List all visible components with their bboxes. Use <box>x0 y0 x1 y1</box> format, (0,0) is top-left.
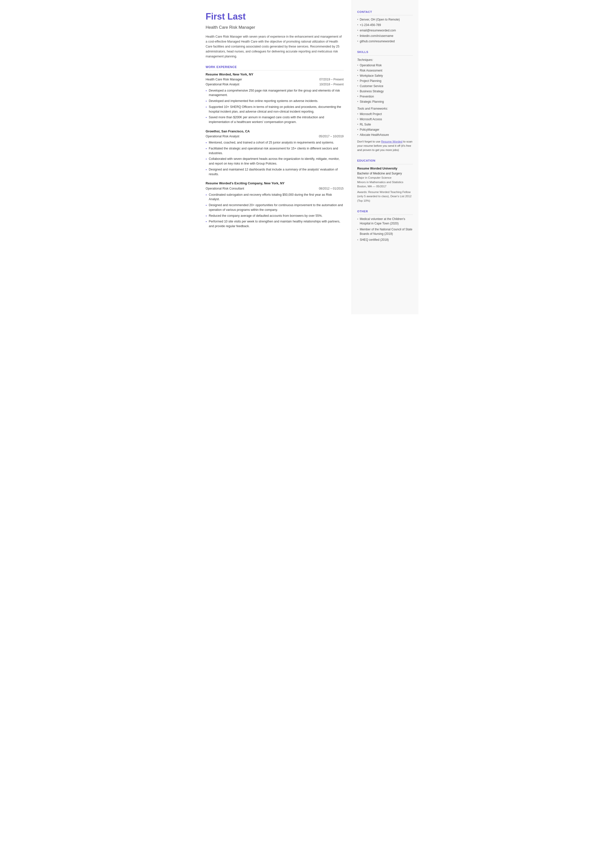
bullet-3d: Performed 10 site visits per week to str… <box>206 219 344 228</box>
role-title-3a: Operational Risk Consultant <box>206 186 244 191</box>
contact-section: CONTACT Denver, OH (Open to Remote) +1-2… <box>357 10 413 43</box>
role-title-2a: Operational Risk Analyst <box>206 134 239 139</box>
tool-microsoft-access: Microsoft Access <box>357 117 413 121</box>
resume-worded-link[interactable]: Resume Worded <box>381 140 402 143</box>
company-name-2: Growthsi, San Francisco, CA <box>206 129 344 134</box>
company-name-3: Resume Worded's Exciting Company, New Yo… <box>206 181 344 186</box>
techniques-label: Techniques: <box>357 57 413 62</box>
edu-awards: Awards: Resume Worded Teaching Fellow (o… <box>357 190 413 203</box>
skill-prevention: Prevention <box>357 94 413 99</box>
company-block-3: Resume Worded's Exciting Company, New Yo… <box>206 181 344 228</box>
tool-allocate-healthassure: Allocate HealthAssure <box>357 133 413 137</box>
bullet-list-2: Mentored, coached, and trained a cohort … <box>206 140 344 176</box>
role-title-1b: Operational Risk Analyst <box>206 82 239 87</box>
other-section: OTHER Medical volunteer at the Children'… <box>357 209 413 242</box>
skills-section: SKILLS Techniques: Operational Risk Risk… <box>357 50 413 152</box>
tools-list: Microsoft Project Microsoft Access RL Su… <box>357 112 413 137</box>
edu-major: Major in Computer Science <box>357 175 413 180</box>
contact-heading: CONTACT <box>357 10 413 16</box>
tool-policymanager: PolicyManager <box>357 127 413 132</box>
bullet-3c: Reduced the company average of defaulted… <box>206 214 344 218</box>
role-dates-1b: 10/2018 – Present <box>319 82 343 87</box>
bullet-2a: Mentored, coached, and trained a cohort … <box>206 140 344 145</box>
skills-note-before: Don't forget to use <box>357 140 381 143</box>
other-item-2: Member of the National Council of State … <box>357 227 413 236</box>
education-block: Resume Worded University Bachelor of Med… <box>357 166 413 203</box>
other-item-1: Medical volunteer at the Children's Hosp… <box>357 217 413 226</box>
contact-item-location: Denver, OH (Open to Remote) <box>357 17 413 22</box>
edu-degree: Bachelor of Medicine and Surgery <box>357 171 413 175</box>
left-column: First Last Health Care Risk Manager Heal… <box>196 0 352 314</box>
job-title: Health Care Risk Manager <box>206 24 344 31</box>
education-section: EDUCATION Resume Worded University Bache… <box>357 158 413 203</box>
bullet-3b: Designed and recommended 20+ opportuniti… <box>206 203 344 212</box>
other-item-3: SHEQ certified (2018) <box>357 238 413 242</box>
skill-customer-service: Customer Service <box>357 84 413 89</box>
company-block-1: Resume Worded, New York, NY Health Care … <box>206 72 344 124</box>
role-row-1b: Operational Risk Analyst 10/2018 – Prese… <box>206 82 344 87</box>
tool-microsoft-project: Microsoft Project <box>357 112 413 116</box>
other-heading: OTHER <box>357 209 413 215</box>
tool-rl-suite: RL Suite <box>357 122 413 127</box>
role-dates-2a: 05/2017 – 10/2019 <box>319 134 343 138</box>
bullet-2c: Collaborated with seven department heads… <box>206 157 344 166</box>
summary-text: Health Care Risk Manager with seven year… <box>206 34 344 59</box>
skill-project-planning: Project Planning <box>357 79 413 83</box>
contact-item-email: email@resumeworded.com <box>357 28 413 33</box>
techniques-list: Operational Risk Risk Assessment Workpla… <box>357 63 413 104</box>
right-column: CONTACT Denver, OH (Open to Remote) +1-2… <box>352 0 419 314</box>
contact-item-linkedin: linkedin.com/in/username <box>357 34 413 38</box>
work-experience-heading: WORK EXPERIENCE <box>206 65 344 70</box>
role-dates-3a: 08/2012 – 01/2015 <box>319 186 343 191</box>
bullet-list-1: Developed a comprehensive 250 page risk … <box>206 89 344 124</box>
resume-page: First Last Health Care Risk Manager Heal… <box>196 0 419 314</box>
role-dates-1a: 07/2019 – Present <box>319 77 343 82</box>
skill-strategic-planning: Strategic Planning <box>357 99 413 104</box>
edu-minors: Minors in Mathematics and Statistics <box>357 180 413 184</box>
contact-item-phone: +1-234-456-789 <box>357 23 413 27</box>
work-experience-section: WORK EXPERIENCE Resume Worded, New York,… <box>206 65 344 228</box>
candidate-name: First Last <box>206 10 344 23</box>
company-name-1: Resume Worded, New York, NY <box>206 72 344 77</box>
other-list: Medical volunteer at the Children's Hosp… <box>357 217 413 242</box>
bullet-1d: Saved more than $200K per annum in manag… <box>206 115 344 124</box>
skill-risk-assessment: Risk Assessment <box>357 68 413 73</box>
bullet-1b: Developed and implemented five online re… <box>206 99 344 103</box>
skills-note: Don't forget to use Resume Worded to sca… <box>357 140 413 152</box>
bullet-3a: Coordinated subrogation and recovery eff… <box>206 193 344 202</box>
bullet-list-3: Coordinated subrogation and recovery eff… <box>206 193 344 228</box>
skill-business-strategy: Business Strategy <box>357 89 413 93</box>
bullet-2b: Facilitated the strategic and operationa… <box>206 146 344 156</box>
tools-label: Tools and Frameworks: <box>357 106 413 111</box>
skill-workplace-safety: Workplace Safety <box>357 73 413 78</box>
contact-item-github: github.com/resumeworded <box>357 39 413 43</box>
bullet-1c: Supported 10+ SHERQ Officers in terms of… <box>206 105 344 114</box>
role-row-2a: Operational Risk Analyst 05/2017 – 10/20… <box>206 134 344 139</box>
role-row-3a: Operational Risk Consultant 08/2012 – 01… <box>206 186 344 191</box>
bullet-1a: Developed a comprehensive 250 page risk … <box>206 89 344 98</box>
skill-operational-risk: Operational Risk <box>357 63 413 68</box>
contact-list: Denver, OH (Open to Remote) +1-234-456-7… <box>357 17 413 43</box>
education-heading: EDUCATION <box>357 158 413 164</box>
company-block-2: Growthsi, San Francisco, CA Operational … <box>206 129 344 177</box>
edu-location-date: Boston, MA — 05/2017 <box>357 184 413 189</box>
role-row-1a: Health Care Risk Manager 07/2019 – Prese… <box>206 77 344 82</box>
edu-school: Resume Worded University <box>357 166 413 171</box>
skills-heading: SKILLS <box>357 50 413 56</box>
role-title-1a: Health Care Risk Manager <box>206 77 242 82</box>
bullet-2d: Designed and maintained 12 dashboards th… <box>206 167 344 177</box>
